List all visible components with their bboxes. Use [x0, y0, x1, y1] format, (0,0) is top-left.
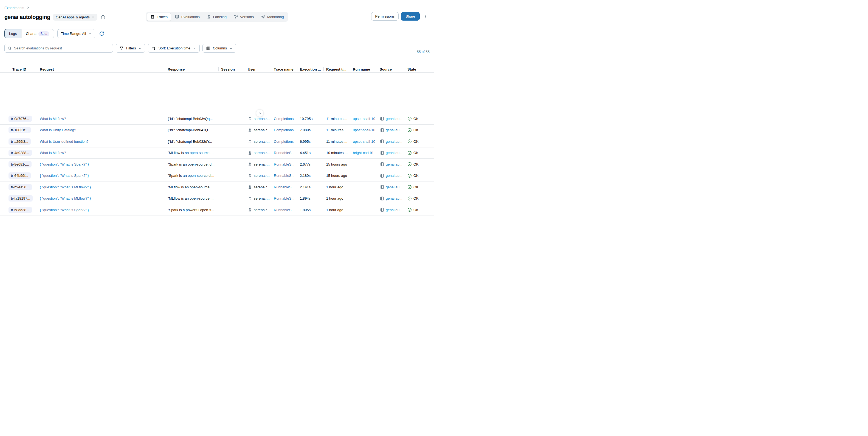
trace-name-link[interactable]: RunnableS...	[274, 185, 294, 189]
source-link[interactable]: genai au...	[386, 117, 402, 121]
trace-id-pill[interactable]: tr-a299f3...	[8, 138, 31, 145]
state-label: OK	[413, 140, 418, 144]
column-header-request-time[interactable]: Request ti...	[323, 67, 350, 71]
request-link[interactable]: { "question": "What is MLflow?" }	[40, 185, 91, 189]
source-link[interactable]: genai au...	[386, 196, 402, 200]
table-header-row: Trace ID Request Response Session User T…	[0, 66, 434, 73]
trace-id-pill[interactable]: tr-b94a50...	[8, 184, 32, 190]
columns-label: Columns	[213, 46, 227, 50]
column-header-trace-id[interactable]: Trace ID	[4, 67, 37, 71]
notebook-icon	[380, 139, 384, 144]
request-link[interactable]: What is MLflow?	[40, 151, 66, 155]
column-header-request[interactable]: Request	[37, 67, 165, 71]
info-icon[interactable]	[101, 15, 105, 20]
trace-id-pill[interactable]: tr-fa18197...	[8, 195, 33, 202]
table-row[interactable]: tr-4a9288... What is MLflow? "MLflow is …	[0, 147, 434, 159]
column-header-source[interactable]: Source	[377, 67, 405, 71]
table-row[interactable]: tr-fa18197... { "question": "What is MLf…	[0, 193, 434, 205]
time-range-dropdown[interactable]: Time Range: All	[57, 29, 95, 38]
source-link[interactable]: genai au...	[386, 185, 402, 189]
trace-name-link[interactable]: RunnableS...	[274, 208, 294, 212]
source-link[interactable]: genai au...	[386, 128, 402, 132]
run-name-link[interactable]: upset-snail-10	[353, 117, 375, 121]
trace-id-pill[interactable]: tr-4a9288...	[8, 150, 32, 156]
source-cell: genai au...	[377, 208, 405, 212]
request-link[interactable]: What is MLflow?	[40, 117, 66, 121]
table-row[interactable]: tr-b94a50... { "question": "What is MLfl…	[0, 181, 434, 193]
column-header-state[interactable]: State	[405, 67, 430, 71]
trace-name-link[interactable]: RunnableS...	[274, 196, 294, 200]
trace-name-link[interactable]: Completions	[274, 117, 293, 121]
tab-evaluations[interactable]: Evaluations	[172, 13, 203, 21]
columns-dropdown[interactable]: Columns	[203, 43, 236, 53]
trace-name-link[interactable]: RunnableS...	[274, 151, 294, 155]
breadcrumb-experiments-link[interactable]: Experiments	[4, 6, 24, 10]
column-header-response[interactable]: Response	[165, 67, 218, 71]
sort-dropdown[interactable]: Sort: Execution time	[148, 43, 199, 53]
column-header-session[interactable]: Session	[218, 67, 245, 71]
filter-row: Filters Sort: Execution time Columns 55 …	[0, 43, 434, 53]
beta-badge: Beta	[38, 31, 50, 36]
state-cell: OK	[405, 174, 430, 178]
trace-id-pill[interactable]: tr-8e681c...	[8, 161, 32, 168]
logs-toggle[interactable]: Logs	[4, 29, 22, 38]
trace-id-pill[interactable]: tr-0a7976...	[8, 116, 32, 122]
trace-name-link[interactable]: RunnableS...	[274, 162, 294, 166]
source-link[interactable]: genai au...	[386, 162, 402, 166]
request-link[interactable]: { "question": "What is Spark?" }	[40, 174, 89, 178]
source-link[interactable]: genai au...	[386, 208, 402, 212]
overflow-menu-button[interactable]	[422, 13, 430, 20]
filters-dropdown[interactable]: Filters	[116, 43, 145, 53]
table-row[interactable]: tr-b8da38... { "question": "What is Spar…	[0, 204, 434, 216]
table-row[interactable]: tr-10031f... What is Unity Catalog? {"id…	[0, 125, 434, 136]
trace-id-pill[interactable]: tr-b8da38...	[8, 207, 32, 213]
sort-icon	[151, 46, 156, 51]
permissions-button[interactable]: Permissions	[371, 12, 399, 21]
source-cell: genai au...	[377, 185, 405, 189]
refresh-button[interactable]	[98, 30, 105, 37]
user-icon	[248, 139, 252, 144]
request-link[interactable]: { "question": "What is Spark?" }	[40, 208, 89, 212]
tab-labeling[interactable]: Labeling	[204, 13, 230, 21]
table-row[interactable]: tr-8e681c... { "question": "What is Spar…	[0, 159, 434, 170]
experiment-type-badge[interactable]: GenAI apps & agents	[53, 14, 97, 21]
source-link[interactable]: genai au...	[386, 151, 402, 155]
column-header-trace-name[interactable]: Trace name	[271, 67, 297, 71]
tab-versions[interactable]: Versions	[230, 13, 257, 21]
state-cell: OK	[405, 151, 430, 155]
filter-funnel-icon	[119, 46, 124, 51]
request-link[interactable]: What is Unity Catalog?	[40, 128, 76, 132]
column-header-run-name[interactable]: Run name	[350, 67, 377, 71]
tab-monitoring[interactable]: Monitoring	[257, 13, 287, 21]
trace-name-link[interactable]: Completions	[274, 128, 293, 132]
run-name-link[interactable]: bright-cod-91	[353, 151, 374, 155]
run-name-link[interactable]: upset-snail-10	[353, 128, 375, 132]
source-link[interactable]: genai au...	[386, 140, 402, 144]
table-row[interactable]: tr-a299f3... What is User-defined functi…	[0, 136, 434, 147]
execution-time-cell: 7.080s	[297, 128, 323, 132]
request-link[interactable]: { "question": "What is MLflow?" }	[40, 196, 91, 200]
collapse-rows-button[interactable]	[256, 109, 264, 117]
share-button[interactable]: Share	[401, 12, 420, 21]
trace-name-link[interactable]: Completions	[274, 140, 293, 144]
column-header-user[interactable]: User	[245, 67, 271, 71]
response-cell: {"id": "chatcmpl-Beb032dY...	[165, 140, 218, 144]
tab-traces[interactable]: Traces	[147, 12, 171, 21]
notebook-icon	[380, 151, 384, 155]
request-link[interactable]: { "question": "What is Spark?" }	[40, 162, 89, 166]
run-name-link[interactable]: upset-snail-10	[353, 140, 375, 144]
charts-toggle[interactable]: Charts Beta	[22, 29, 54, 38]
trace-id-pill[interactable]: tr-64b99f...	[8, 172, 31, 179]
state-cell: OK	[405, 162, 430, 166]
trace-id-cell: tr-0a7976...	[4, 116, 37, 122]
column-header-execution[interactable]: Execution ...	[297, 67, 323, 71]
header-actions: Permissions Share	[371, 12, 430, 21]
request-link[interactable]: What is User-defined function?	[40, 140, 89, 144]
table-row[interactable]: tr-0a7976... What is MLflow? {"id": "cha…	[0, 113, 434, 125]
search-input[interactable]	[14, 46, 110, 50]
trace-id-pill[interactable]: tr-10031f...	[8, 127, 31, 133]
source-link[interactable]: genai au...	[386, 174, 402, 178]
trace-name-link[interactable]: RunnableS...	[274, 174, 294, 178]
table-row[interactable]: tr-64b99f... { "question": "What is Spar…	[0, 170, 434, 182]
user-cell: serena.r...	[245, 139, 271, 144]
